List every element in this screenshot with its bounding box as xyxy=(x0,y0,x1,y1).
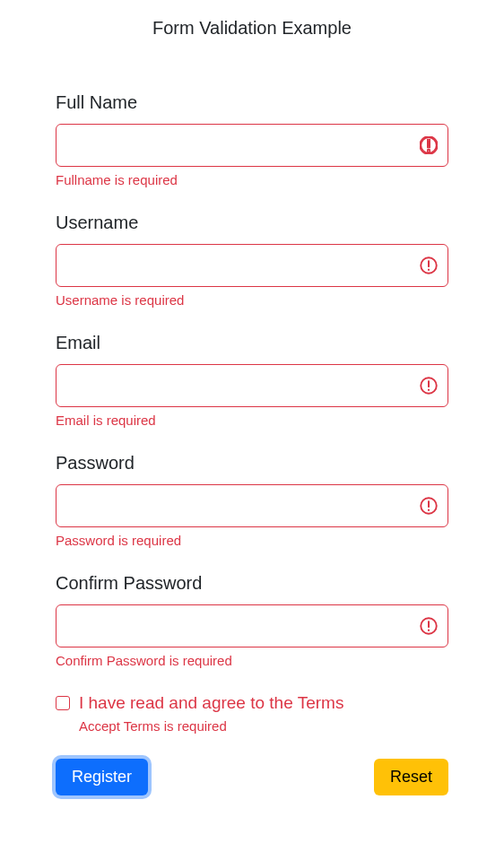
username-input[interactable] xyxy=(56,244,448,287)
terms-label[interactable]: I have read and agree to the Terms xyxy=(79,693,343,713)
email-error: Email is required xyxy=(56,413,448,428)
email-group: Email Email is required xyxy=(56,333,448,428)
username-error: Username is required xyxy=(56,292,448,308)
registration-form: Full Name Fullname is required Username … xyxy=(56,92,448,795)
email-label: Email xyxy=(56,333,448,353)
page-title: Form Validation Example xyxy=(56,18,448,39)
fullname-group: Full Name Fullname is required xyxy=(56,92,448,187)
username-group: Username Username is required xyxy=(56,213,448,308)
terms-error: Accept Terms is required xyxy=(79,718,448,734)
confirm-password-label: Confirm Password xyxy=(56,573,448,594)
username-label: Username xyxy=(56,213,448,233)
confirm-password-input-wrapper xyxy=(56,604,448,647)
password-input[interactable] xyxy=(56,484,448,527)
confirm-password-error: Confirm Password is required xyxy=(56,653,448,668)
terms-row: I have read and agree to the Terms xyxy=(56,693,448,713)
username-input-wrapper xyxy=(56,244,448,287)
terms-checkbox[interactable] xyxy=(56,696,70,710)
fullname-input[interactable] xyxy=(56,124,448,167)
email-input-wrapper xyxy=(56,364,448,407)
terms-group: I have read and agree to the Terms Accep… xyxy=(56,693,448,734)
confirm-password-input[interactable] xyxy=(56,604,448,647)
email-input[interactable] xyxy=(56,364,448,407)
password-group: Password Password is required xyxy=(56,453,448,548)
password-input-wrapper xyxy=(56,484,448,527)
register-button[interactable]: Register xyxy=(56,759,148,795)
button-row: Register Reset xyxy=(56,759,448,795)
fullname-label: Full Name xyxy=(56,92,448,113)
password-label: Password xyxy=(56,453,448,474)
password-error: Password is required xyxy=(56,533,448,548)
fullname-error: Fullname is required xyxy=(56,172,448,187)
confirm-password-group: Confirm Password Confirm Password is req… xyxy=(56,573,448,668)
fullname-input-wrapper xyxy=(56,124,448,167)
reset-button[interactable]: Reset xyxy=(374,759,448,795)
